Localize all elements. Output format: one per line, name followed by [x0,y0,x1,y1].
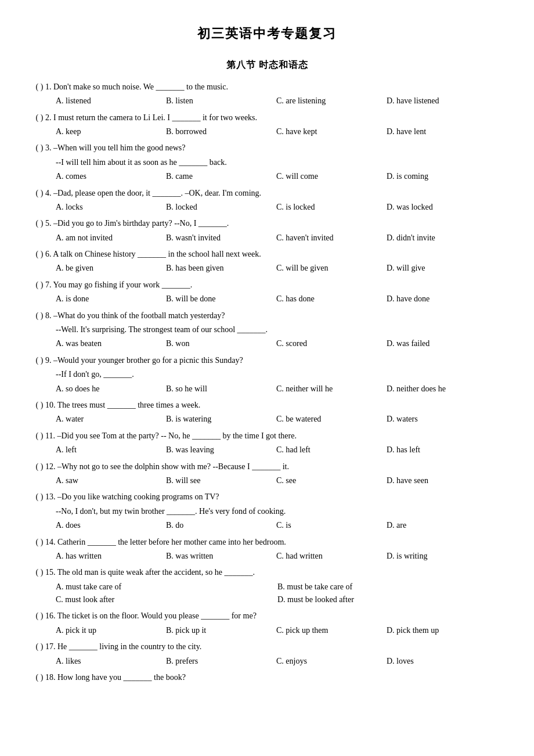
bracket: ( ) [35,354,44,367]
question-block: ( )16. The ticket is on the floor. Would… [35,610,499,637]
option: C. is [276,519,381,532]
question-text: 3. –When will you tell him the good news… [45,142,499,154]
section-title: 第八节 时态和语态 [35,57,499,73]
questions-container: ( )1. Don't make so much noise. We _____… [35,81,499,685]
question-line: ( )2. I must return the camera to Li Lei… [35,111,499,124]
option: B. prefers [166,655,270,668]
question-block: ( )12. –Why not go to see the dolphin sh… [35,460,499,488]
question-block: ( )15. The old man is quite weak after t… [35,566,499,606]
question-block: ( )5. –Did you go to Jim's birthday part… [35,217,499,244]
question-block: ( )9. –Would your younger brother go for… [35,354,499,395]
options-line: A. doesB. doC. isD. are [56,519,499,532]
option: C. is locked [276,201,381,214]
bracket: ( ) [35,81,44,93]
option: A. comes [56,170,160,183]
option: B. came [166,170,270,183]
question-text: 15. The old man is quite weak after the … [45,566,499,579]
option: A. listened [56,95,160,107]
option: B. was leaving [166,444,270,456]
bracket: ( ) [35,536,44,549]
option: D. waters [387,413,491,426]
bracket: ( ) [35,279,44,291]
options-line: A. is doneB. will be doneC. has doneD. h… [56,293,499,305]
question-text: 17. He _______ living in the country to … [45,640,499,653]
option: D. pick them up [387,624,491,637]
bracket: ( ) [35,460,44,473]
question-block: ( )8. –What do you think of the football… [35,309,499,351]
option: C. will come [276,170,381,183]
option: A. must take care of [56,581,272,593]
question-text: 14. Catherin _______ the letter before h… [45,536,499,549]
question-text: 13. –Do you like watching cooking progra… [45,491,499,503]
option: C. scored [276,337,381,350]
option: B. will see [166,474,270,487]
question-text: 16. The ticket is on the floor. Would yo… [45,610,499,622]
bracket: ( ) [35,248,44,261]
option: D. is coming [387,170,491,183]
option: D. didn't invite [387,232,491,244]
bracket: ( ) [35,430,44,442]
question-line: ( )5. –Did you go to Jim's birthday part… [35,217,499,230]
option: B. has been given [166,262,270,275]
option: C. haven't invited [276,232,381,244]
question-line: ( )12. –Why not go to see the dolphin sh… [35,460,499,473]
bracket: ( ) [35,640,44,653]
options-line: A. keepB. borrowedC. have keptD. have le… [56,125,499,138]
bracket: ( ) [35,111,44,124]
option: C. are listening [276,95,381,107]
question-line: ( )4. –Dad, please open the door, it ___… [35,187,499,200]
option: A. saw [56,474,160,487]
question-line: ( )17. He _______ living in the country … [35,640,499,653]
question-text: 18. How long have you _______ the book? [45,671,499,684]
question-text: 9. –Would your younger brother go for a … [45,354,499,367]
option: B. so he will [166,383,270,395]
question-line: ( )15. The old man is quite weak after t… [35,566,499,579]
sub-line: --If I don't go, _______. [56,368,499,381]
question-line: ( )10. The trees must _______ three time… [35,399,499,412]
question-block: ( )17. He _______ living in the country … [35,640,499,668]
question-block: ( )7. You may go fishing if your work __… [35,279,499,306]
option: A. be given [56,262,160,275]
options-line: A. sawB. will seeC. seeD. have seen [56,474,499,487]
option: B. won [166,337,270,350]
options-line: A. was beatenB. wonC. scoredD. was faile… [56,337,499,350]
question-text: 8. –What do you think of the football ma… [45,309,499,322]
bracket: ( ) [35,566,44,579]
bracket: ( ) [35,671,44,684]
page-title: 初三英语中考专题复习 [35,23,499,44]
option: C. pick up them [276,624,381,637]
option: A. left [56,444,160,456]
option: C. enjoys [276,655,381,668]
options-line: A. pick it upB. pick up itC. pick up the… [56,624,499,637]
option: A. pick it up [56,624,160,637]
option: A. keep [56,125,160,138]
bracket: ( ) [35,491,44,503]
option: C. had written [276,550,381,563]
option: B. must be take care of [277,581,493,593]
option: C. see [276,474,381,487]
sub-line: --I will tell him about it as soon as he… [56,156,499,169]
bracket: ( ) [35,142,44,154]
question-line: ( )6. A talk on Chinese history _______ … [35,248,499,261]
option: C. have kept [276,125,381,138]
bracket: ( ) [35,610,44,622]
question-text: 5. –Did you go to Jim's birthday party? … [45,217,499,230]
question-line: ( )9. –Would your younger brother go for… [35,354,499,367]
option: B. locked [166,201,270,214]
question-block: ( )11. –Did you see Tom at the party? --… [35,430,499,457]
options-line: A. listenedB. listenC. are listeningD. h… [56,95,499,107]
question-block: ( )14. Catherin _______ the letter befor… [35,536,499,563]
option: D. loves [387,655,491,668]
question-block: ( )3. –When will you tell him the good n… [35,142,499,183]
option: A. so does he [56,383,160,395]
question-text: 12. –Why not go to see the dolphin show … [45,460,499,473]
option: D. have lent [387,125,491,138]
question-line: ( )11. –Did you see Tom at the party? --… [35,430,499,442]
option: A. likes [56,655,160,668]
options-line: A. comesB. cameC. will comeD. is coming [56,170,499,183]
option: A. has written [56,550,160,563]
option: D. have listened [387,95,491,107]
question-line: ( )1. Don't make so much noise. We _____… [35,81,499,93]
option: D. must be looked after [277,593,493,606]
question-line: ( )3. –When will you tell him the good n… [35,142,499,154]
